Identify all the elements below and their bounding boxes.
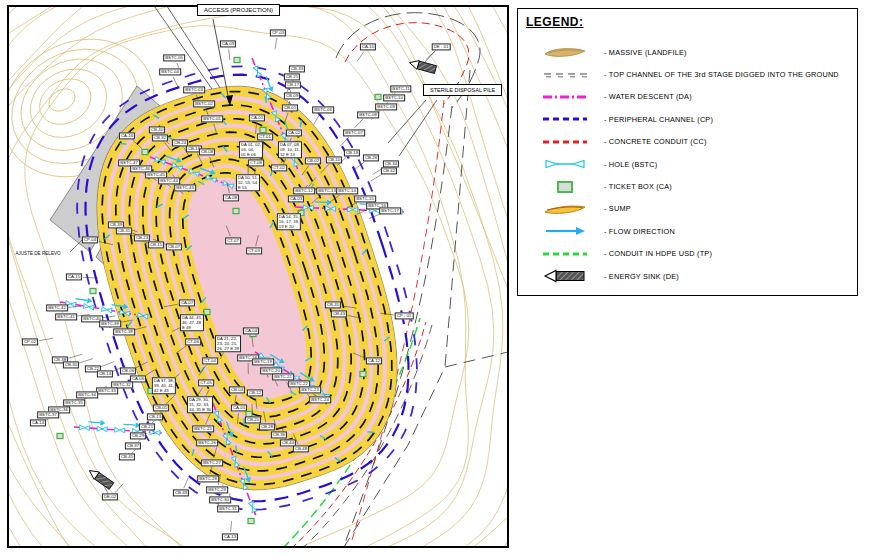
- energy-sink-icon: [526, 269, 604, 283]
- legend-item-label: - WATER DESCENT (DA): [604, 92, 692, 101]
- legend-item: - TICKET BOX (CA): [526, 175, 849, 197]
- water-descent-icon: [526, 90, 604, 104]
- legend-item: - MASSIVE (LANDFILE): [526, 41, 849, 63]
- legend-item: - SUMP: [526, 198, 849, 220]
- legend-title: LEGEND:: [526, 15, 849, 29]
- concrete-conduit-icon: [526, 135, 604, 149]
- legend-panel: LEGEND: - MASSIVE (LANDFILE)- TOP CHANNE…: [517, 8, 858, 296]
- peripheral-channel-icon: [526, 112, 604, 126]
- legend-item-label: - CONCRETE CONDUIT (CC): [604, 137, 707, 146]
- legend-item: - CONDUIT IN HDPE USD (TP): [526, 243, 849, 265]
- site-plan-screenshot: CP-03CA-09BSTC-05BSTC-04BSTC-03BSTC-02BS…: [0, 0, 872, 558]
- legend-item-label: - SUMP: [604, 204, 631, 213]
- legend-item-label: - TOP CHANNEL OF THE 3rd STAGE DIGGED IN…: [604, 70, 839, 79]
- legend-item-label: - MASSIVE (LANDFILE): [604, 48, 687, 57]
- legend-item-label: - PERIPHERAL CHANNEL (CP): [604, 115, 713, 124]
- hole-icon: [526, 157, 604, 171]
- massive-icon: [526, 45, 604, 59]
- legend-item: - ENERGY SINK (DE): [526, 265, 849, 287]
- legend-item: - WATER DESCENT (DA): [526, 86, 849, 108]
- top-channel-icon: [526, 68, 604, 82]
- legend-item-label: - HOLE (BSTC): [604, 160, 657, 169]
- legend-item-label: - FLOW DIRECTION: [604, 227, 675, 236]
- legend-item: - PERIPHERAL CHANNEL (CP): [526, 108, 849, 130]
- legend-item-label: - TICKET BOX (CA): [604, 182, 672, 191]
- legend-item: - HOLE (BSTC): [526, 153, 849, 175]
- legend-rows: - MASSIVE (LANDFILE)- TOP CHANNEL OF THE…: [526, 41, 849, 287]
- sump-icon: [526, 202, 604, 216]
- flow-direction-icon: [526, 224, 604, 238]
- ticket-box-icon: [526, 180, 604, 194]
- legend-item-label: - ENERGY SINK (DE): [604, 272, 679, 281]
- hdpe-conduit-icon: [526, 247, 604, 261]
- legend-item: - TOP CHANNEL OF THE 3rd STAGE DIGGED IN…: [526, 63, 849, 85]
- legend-item: - FLOW DIRECTION: [526, 220, 849, 242]
- legend-item: - CONCRETE CONDUIT (CC): [526, 131, 849, 153]
- legend-item-label: - CONDUIT IN HDPE USD (TP): [604, 249, 712, 258]
